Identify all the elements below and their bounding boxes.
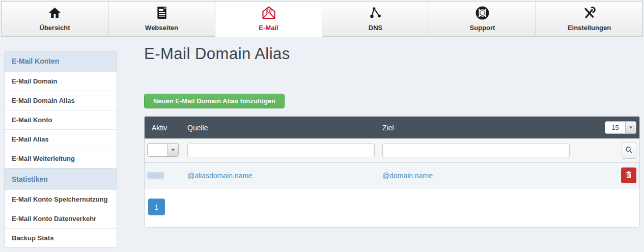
page-title: E-Mail Domain Alias (144, 45, 640, 63)
page-size-value: 15 (605, 122, 625, 133)
sidebar-item-email-domain[interactable]: E-Mail Domain (5, 71, 117, 91)
main-content: E-Mail Domain Alias Neuen E-Mail Domain … (144, 45, 640, 228)
delete-button[interactable] (621, 167, 636, 183)
webpages-icon (156, 5, 168, 21)
tab-email[interactable]: @ E-Mail (215, 2, 322, 36)
tab-label: E-Mail (259, 24, 278, 32)
pagination-page-1-button[interactable]: 1 (148, 199, 165, 215)
sidebar-item-email-weiterleitung[interactable]: E-Mail Weiterleitung (5, 149, 117, 168)
tab-label: Übersicht (40, 24, 70, 32)
support-icon (475, 5, 489, 21)
title-divider (144, 72, 640, 72)
column-header-ziel: Ziel (382, 124, 570, 132)
dns-icon (369, 5, 382, 21)
sidebar-section-email-konten: E-Mail Konten (5, 51, 117, 71)
tab-dns[interactable]: DNS (322, 2, 429, 36)
home-icon (48, 5, 62, 21)
add-domain-alias-button[interactable]: Neuen E-Mail Domain Alias hinzufügen (144, 94, 285, 108)
sidebar-item-datenverkehr[interactable]: E-Mail Konto Datenverkehr (5, 209, 117, 228)
sidebar-item-speichernutzung[interactable]: E-Mail Konto Speichernutzung (5, 189, 117, 209)
sidebar-section-statistiken: Statistiken (5, 168, 117, 189)
sidebar-item-email-alias[interactable]: E-Mail Alias (5, 129, 117, 149)
table-pagination: 1 (145, 188, 639, 227)
quelle-link[interactable]: @aliasdomain.name (187, 172, 253, 180)
ziel-link[interactable]: @domain.name (382, 172, 433, 180)
aktiv-filter-value (148, 144, 167, 156)
aktiv-toggle[interactable] (147, 173, 164, 179)
column-header-aktiv: Aktiv (145, 124, 187, 132)
chevron-down-icon: ▼ (167, 144, 178, 156)
sidebar-item-email-konto[interactable]: E-Mail Konto (5, 110, 117, 129)
ziel-filter-input[interactable] (382, 144, 570, 157)
tab-support[interactable]: Support (429, 2, 536, 36)
table-header-row: Aktiv Quelle Ziel 15 ▼ (145, 117, 639, 138)
tab-label: DNS (369, 24, 382, 32)
quelle-filter-input[interactable] (187, 144, 375, 157)
page-size-select[interactable]: 15 ▼ (605, 121, 636, 134)
trash-icon (625, 171, 632, 180)
table-row: @aliasdomain.name @domain.name (145, 163, 639, 188)
search-icon (625, 146, 633, 155)
sidebar: E-Mail Konten E-Mail Domain E-Mail Domai… (4, 51, 117, 248)
sidebar-item-backup-stats[interactable]: Backup Stats (5, 228, 117, 247)
chevron-down-icon: ▼ (625, 122, 636, 133)
tab-label: Support (470, 24, 495, 32)
tab-uebersicht[interactable]: Übersicht (2, 2, 108, 36)
sidebar-item-email-domain-alias[interactable]: E-Mail Domain Alias (5, 91, 117, 110)
svg-text:@: @ (265, 8, 271, 15)
top-navigation: Übersicht Webseiten @ E-Mail (1, 1, 643, 37)
tab-webseiten[interactable]: Webseiten (108, 2, 215, 36)
search-button[interactable] (622, 143, 636, 159)
tab-label: Einstellungen (568, 24, 611, 32)
tab-label: Webseiten (145, 24, 178, 32)
aktiv-filter-select[interactable]: ▼ (147, 143, 179, 157)
tab-einstellungen[interactable]: Einstellungen (536, 2, 642, 36)
tools-icon (582, 5, 596, 21)
domain-alias-table: Aktiv Quelle Ziel 15 ▼ ▼ (144, 116, 640, 228)
table-filter-row: ▼ (145, 138, 639, 163)
email-icon: @ (261, 5, 276, 21)
column-header-quelle: Quelle (187, 124, 382, 132)
